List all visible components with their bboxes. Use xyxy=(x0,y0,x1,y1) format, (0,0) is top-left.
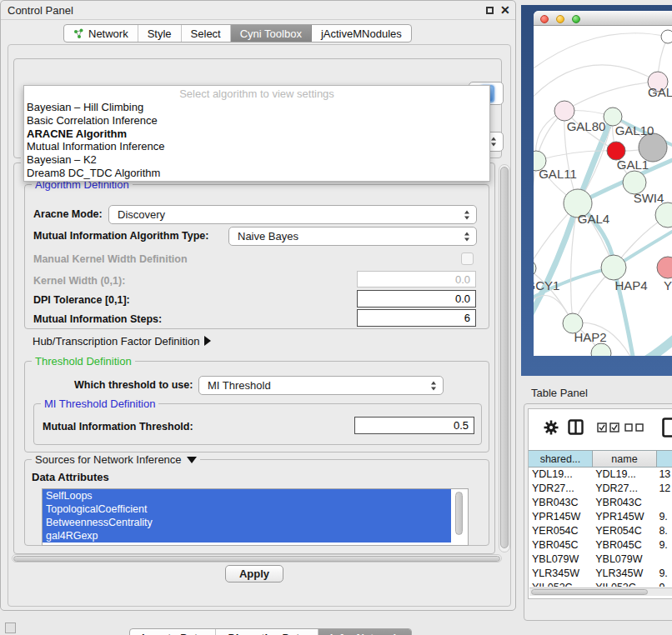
mi-threshold-input[interactable]: 0.5 xyxy=(354,417,474,434)
export-table-icon[interactable] xyxy=(662,418,672,438)
manual-kernel-checkbox[interactable] xyxy=(461,252,474,265)
algorithm-option[interactable]: Basic Correlation Inference xyxy=(24,114,489,128)
network-node-label: HAP2 xyxy=(574,330,606,344)
table-column-header[interactable]: name xyxy=(593,450,657,468)
settings-scrollbar-horizontal[interactable] xyxy=(12,554,502,562)
network-view-frame: GALGAL80GAL10GAL1GAL11SWI4GAL4GCY1HAP4YH… xyxy=(521,5,672,376)
algorithm-option[interactable]: Bayesian – K2 xyxy=(24,153,489,167)
network-edge[interactable] xyxy=(564,82,658,111)
table-row[interactable]: YBL079WYBL079W xyxy=(529,552,672,567)
expand-right-icon xyxy=(204,336,211,346)
network-node[interactable] xyxy=(591,343,611,356)
tab-jactivemnodules[interactable]: jActiveMNodules xyxy=(312,25,411,42)
table-cell: YDR27... xyxy=(592,482,655,496)
tab-cyni-toolbox[interactable]: Cyni Toolbox xyxy=(231,25,312,42)
settings-scrollbar-h-thumb[interactable] xyxy=(13,556,500,562)
table-toolbar xyxy=(529,409,672,450)
data-attribute-item[interactable]: BetweennessCentrality xyxy=(43,516,451,529)
table-row[interactable]: YLR345WYLR345W9. xyxy=(529,567,672,581)
table-cell: 13 xyxy=(655,468,672,482)
close-icon[interactable]: ✕ xyxy=(500,3,510,17)
table-row[interactable]: YBR045CYBR045C9. xyxy=(529,538,672,552)
collapse-down-icon xyxy=(187,457,197,463)
mi-steps-label: Mutual Information Steps: xyxy=(33,313,162,325)
data-attribute-item[interactable]: SelfLoops xyxy=(43,489,451,502)
network-node-y[interactable] xyxy=(657,257,672,278)
table-row[interactable]: YIL052CYIL052C9. xyxy=(529,581,672,587)
kernel-width-input[interactable]: 0.0 xyxy=(357,271,476,288)
kernel-width-label: Kernel Width (0,1): xyxy=(33,275,125,287)
mi-steps-input[interactable]: 6 xyxy=(357,309,476,327)
network-edge[interactable] xyxy=(534,33,668,76)
data-attribute-item[interactable]: gal4RGexp xyxy=(43,529,451,542)
network-node[interactable] xyxy=(655,202,672,228)
float-window-icon[interactable] xyxy=(486,7,494,14)
minimize-traffic-light-icon[interactable] xyxy=(556,15,564,23)
table-cell xyxy=(655,496,672,510)
table-cell: YBL079W xyxy=(529,552,592,567)
mi-algorithm-type-combobox[interactable]: Naive Bayes xyxy=(228,227,477,246)
network-node-hap4[interactable] xyxy=(601,255,626,280)
network-edge[interactable] xyxy=(534,65,658,105)
table-header-row: shared...name xyxy=(529,450,672,468)
table-row[interactable]: YDR27...YDR27...12 xyxy=(529,482,672,496)
aracne-mode-combobox[interactable]: Discovery xyxy=(108,205,477,224)
network-window: GALGAL80GAL10GAL1GAL11SWI4GAL4GCY1HAP4YH… xyxy=(534,11,672,356)
which-threshold-combobox[interactable]: MI Threshold xyxy=(198,376,444,395)
table-row[interactable]: YPR145WYPR145W9. xyxy=(529,510,672,524)
network-node-label: GAL10 xyxy=(615,123,654,138)
data-attributes-list[interactable]: SelfLoopsTopologicalCoefficientBetweenne… xyxy=(42,488,469,546)
zoom-traffic-light-icon[interactable] xyxy=(572,15,580,23)
algorithm-option[interactable]: ARACNE Algorithm xyxy=(24,128,489,141)
table-scrollbar-thumb[interactable] xyxy=(531,589,648,595)
apply-button[interactable]: Apply xyxy=(225,565,283,582)
data-attribute-item[interactable]: TopologicalCoefficient xyxy=(43,502,451,516)
table-row[interactable]: YBR043CYBR043C xyxy=(529,496,672,510)
tab-network[interactable]: Network xyxy=(64,25,138,42)
network-edge[interactable] xyxy=(536,151,616,161)
sources-group: Sources for Network Inference Data Attri… xyxy=(24,459,489,546)
manual-kernel-label: Manual Kernel Width Definition xyxy=(33,253,188,265)
cyni-algorithm-settings-group: Cyni Algorithm Settings Algorithm Defini… xyxy=(13,162,495,554)
algorithm-option[interactable]: Mutual Information Inference xyxy=(24,140,489,153)
settings-scrollbar-thumb[interactable] xyxy=(500,167,509,548)
tab-select[interactable]: Select xyxy=(182,25,231,42)
hub-definition-expander[interactable]: Hub/Transcription Factor Definition xyxy=(33,335,211,348)
network-node[interactable] xyxy=(661,30,672,43)
table-column-header[interactable]: shared... xyxy=(529,450,593,468)
column-panel-icon[interactable] xyxy=(568,419,584,435)
network-canvas[interactable]: GALGAL80GAL10GAL1GAL11SWI4GAL4GCY1HAP4YH… xyxy=(534,26,672,356)
aracne-mode-value: Discovery xyxy=(118,208,165,221)
tab-impute-data[interactable]: Impute Data xyxy=(130,629,216,635)
unselect-all-columns-icon[interactable] xyxy=(624,423,644,432)
table-cell: 9. xyxy=(655,567,672,581)
attributes-scrollbar-thumb[interactable] xyxy=(455,492,463,535)
spinner-arrows-icon xyxy=(431,381,437,390)
tab-infer-network[interactable]: Infer Network xyxy=(318,629,411,635)
table-cell: 8. xyxy=(655,524,672,538)
sources-title-expander[interactable]: Sources for Network Inference xyxy=(32,453,200,466)
table-cell: 9. xyxy=(655,581,672,587)
table-scrollbar-horizontal[interactable] xyxy=(529,588,672,596)
sources-title: Sources for Network Inference xyxy=(35,453,182,466)
table-box: shared...name YDL19...YDL19...13YDR27...… xyxy=(528,408,672,599)
bottom-tab-bar: Impute DataDiscretize DataInfer Network xyxy=(129,628,412,635)
dpi-tolerance-label: DPI Tolerance [0,1]: xyxy=(33,294,130,306)
table-cell: YBR045C xyxy=(592,538,655,552)
close-traffic-light-icon[interactable] xyxy=(540,15,549,23)
algorithm-option[interactable]: Dream8 DC_TDC Algorithm xyxy=(24,167,489,180)
table-row[interactable]: YDL19...YDL19...13 xyxy=(529,468,672,482)
select-all-columns-icon[interactable] xyxy=(597,422,620,432)
network-node-gal80[interactable] xyxy=(554,101,574,121)
network-icon xyxy=(73,28,84,39)
settings-scrollbar-vertical[interactable] xyxy=(499,164,510,552)
dpi-tolerance-input[interactable]: 0.0 xyxy=(357,290,476,308)
panel-toggle-button[interactable] xyxy=(5,622,16,633)
tab-discretize-data[interactable]: Discretize Data xyxy=(216,629,318,635)
gear-icon[interactable] xyxy=(543,419,559,436)
algorithm-option[interactable]: Bayesian – Hill Climbing xyxy=(24,101,489,114)
attributes-scrollbar[interactable] xyxy=(454,492,464,542)
table-column-header[interactable] xyxy=(657,450,672,468)
tab-style[interactable]: Style xyxy=(138,25,182,42)
table-row[interactable]: YER054CYER054C8. xyxy=(529,524,672,538)
